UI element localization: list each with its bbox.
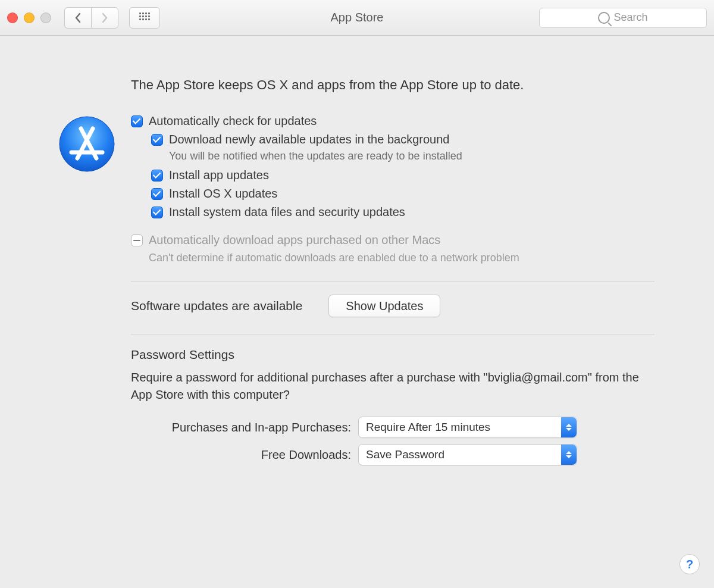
chevron-left-icon: [74, 12, 82, 23]
back-button[interactable]: [64, 7, 91, 29]
show-all-button[interactable]: [129, 7, 160, 29]
auto-check-updates-checkbox[interactable]: [131, 115, 143, 127]
grid-icon: [139, 12, 150, 23]
purchases-select-value: Require After 15 minutes: [366, 421, 490, 434]
show-updates-button-label: Show Updates: [346, 299, 423, 313]
auto-download-other-macs-checkbox[interactable]: [131, 234, 143, 246]
zoom-window-button[interactable]: [40, 12, 51, 23]
password-settings-description: Require a password for additional purcha…: [131, 369, 654, 404]
divider: [131, 281, 654, 282]
auto-download-other-macs-note: Can't determine if automatic downloads a…: [149, 252, 654, 264]
content-area: The App Store keeps OS X and apps from t…: [0, 36, 714, 588]
install-app-updates-label: Install app updates: [169, 168, 269, 182]
help-button[interactable]: ?: [679, 554, 700, 574]
show-updates-button[interactable]: Show Updates: [328, 295, 440, 317]
install-osx-updates-checkbox[interactable]: [151, 188, 163, 200]
divider: [131, 334, 654, 334]
install-osx-updates-label: Install OS X updates: [169, 187, 277, 201]
download-background-note: You will be notified when the updates ar…: [169, 150, 654, 162]
auto-check-updates-label: Automatically check for updates: [149, 114, 317, 128]
free-downloads-label: Free Downloads:: [131, 448, 358, 462]
select-stepper-icon: [561, 417, 577, 437]
search-placeholder: Search: [613, 11, 647, 24]
select-stepper-icon: [561, 445, 577, 465]
free-downloads-select-value: Save Password: [366, 448, 444, 461]
purchases-label: Purchases and In-app Purchases:: [131, 421, 358, 434]
free-downloads-select[interactable]: Save Password: [358, 444, 577, 465]
chevron-right-icon: [101, 12, 109, 23]
page-heading: The App Store keeps OS X and apps from t…: [131, 77, 654, 93]
close-window-button[interactable]: [7, 12, 18, 23]
search-icon: [598, 12, 610, 24]
install-system-updates-checkbox[interactable]: [151, 207, 163, 218]
install-system-updates-label: Install system data files and security u…: [169, 205, 405, 219]
toolbar: App Store Search: [0, 0, 714, 36]
updates-status-text: Software updates are available: [131, 299, 302, 313]
nav-group: [64, 7, 118, 29]
password-settings-title: Password Settings: [131, 348, 654, 362]
app-store-icon: [58, 115, 115, 173]
auto-download-other-macs-label: Automatically download apps purchased on…: [149, 233, 440, 247]
help-icon: ?: [686, 558, 693, 571]
download-background-label: Download newly available updates in the …: [169, 133, 449, 146]
install-app-updates-checkbox[interactable]: [151, 170, 163, 182]
minimize-window-button[interactable]: [24, 12, 35, 23]
download-background-checkbox[interactable]: [151, 134, 163, 146]
window-controls: [7, 12, 51, 23]
search-field[interactable]: Search: [539, 8, 707, 28]
forward-button[interactable]: [91, 7, 118, 29]
purchases-select[interactable]: Require After 15 minutes: [358, 417, 577, 438]
